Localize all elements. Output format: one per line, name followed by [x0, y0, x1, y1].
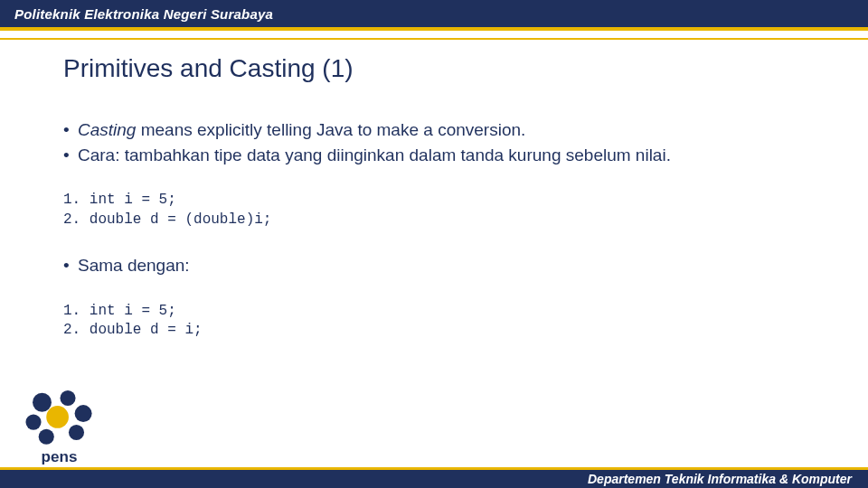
pens-logo: pens	[16, 389, 102, 467]
header-org: Politeknik Elektronika Negeri Surabaya	[14, 6, 273, 22]
code-block-1: 1. int i = 5; 2. double d = (double)i;	[63, 191, 832, 230]
slide-title: Primitives and Casting (1)	[63, 54, 832, 83]
bullet-group-1: • Casting means explicitly telling Java …	[63, 117, 832, 167]
footer-dept: Departemen Teknik Informatika & Komputer	[588, 472, 852, 486]
code-line: 2. double d = (double)i;	[63, 211, 271, 228]
header-underline	[0, 27, 868, 31]
bullet-2-text: Cara: tambahkan tipe data yang diinginka…	[78, 143, 671, 168]
code-block-2: 1. int i = 5; 2. double d = i;	[63, 302, 832, 341]
code-line: 1. int i = 5;	[63, 303, 176, 319]
bullet-dot-icon: •	[63, 253, 78, 278]
code-line: 2. double d = i;	[63, 322, 203, 338]
bullet-3: • Sama dengan:	[63, 253, 832, 278]
code-line: 1. int i = 5;	[63, 192, 176, 208]
bullet-dot-icon: •	[63, 117, 78, 143]
bullet-1: • Casting means explicitly telling Java …	[63, 117, 832, 143]
svg-point-6	[39, 428, 54, 444]
bullet-3-text: Sama dengan:	[78, 253, 190, 278]
svg-point-2	[75, 405, 92, 422]
bullet-1-em: Casting	[78, 120, 136, 139]
footer-bar: Departemen Teknik Informatika & Komputer	[0, 470, 868, 488]
svg-point-3	[25, 414, 41, 429]
bullet-group-2: • Sama dengan:	[63, 253, 832, 278]
header-divider	[0, 38, 868, 40]
svg-point-5	[69, 424, 84, 439]
svg-point-4	[46, 406, 69, 428]
slide: Politeknik Elektronika Negeri Surabaya P…	[0, 0, 868, 488]
bullet-1-rest: means explicitly telling Java to make a …	[136, 120, 525, 139]
bullet-dot-icon: •	[63, 143, 78, 168]
svg-point-0	[33, 392, 52, 411]
logo-text: pens	[42, 447, 78, 465]
svg-point-1	[60, 389, 75, 405]
bullet-1-text: Casting means explicitly telling Java to…	[78, 117, 525, 143]
bullet-2: • Cara: tambahkan tipe data yang diingin…	[63, 143, 832, 168]
content: Primitives and Casting (1) • Casting mea…	[63, 54, 832, 364]
header-bar: Politeknik Elektronika Negeri Surabaya	[0, 0, 868, 27]
